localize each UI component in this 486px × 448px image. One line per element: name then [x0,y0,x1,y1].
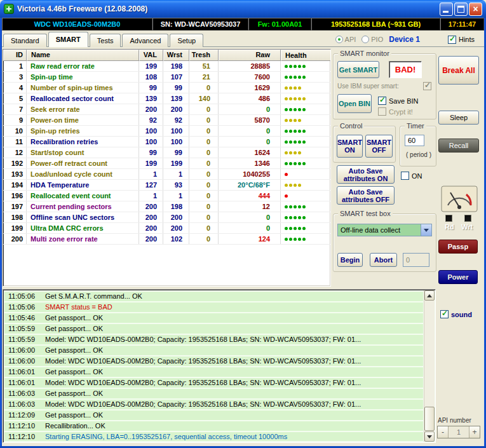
minimize-button[interactable] [440,3,453,16]
smart-on-button[interactable]: SMART ON [337,135,363,158]
save-bin-checkbox[interactable]: ✓ [378,97,386,105]
header-id: ID [3,50,27,61]
log-text: Get passport... OK [45,325,103,332]
cell-raw: 0 [219,126,281,136]
health-dot-icon [285,130,288,133]
log-time: 11:05:06 [4,292,45,301]
health-dot-icon [302,108,306,111]
pio-radio[interactable] [361,36,369,43]
ibm-smart-row: Use IBM super smart: ✓ [337,82,431,90]
log-time: 11:12:10 [4,421,45,431]
cell-health [281,61,330,71]
api-number-decrement-button[interactable]: - [438,426,449,438]
cell-wrst: 102 [163,234,189,244]
sound-checkbox[interactable]: ✓ [440,310,449,318]
table-row[interactable]: 10Spin-up retries10010000 [3,126,330,137]
cell-name: Recalibration retries [27,137,139,147]
table-row[interactable]: 198Offline scan UNC sectors20020000 [3,212,330,223]
write-led-icon [464,215,471,222]
table-row[interactable]: 193Load/unload cycle count1101040255 [3,169,330,180]
device-label: Device 1 [389,35,420,44]
get-smart-button[interactable]: Get SMART [337,61,379,78]
autosave-off-button[interactable]: Auto Save attributes OFF [337,186,395,205]
cell-tresh: 0 [189,115,219,125]
open-bin-button[interactable]: Open BIN [337,94,372,113]
cell-id: 193 [3,169,27,179]
cell-raw: 486 [219,93,281,104]
cell-name: Seek error rate [27,104,139,114]
tab-tests[interactable]: Tests [90,34,121,47]
ibm-smart-checkbox[interactable]: ✓ [423,82,431,90]
titlebar[interactable]: Victoria 4.46b Freeware (12.08.2008) × [0,0,486,18]
close-button[interactable]: × [469,3,482,16]
test-progress-field: 0 [403,253,429,267]
timer-on-checkbox[interactable] [401,172,409,180]
table-row[interactable]: 192Power-off retract count19919901346 [3,158,330,169]
ibm-smart-label: Use IBM super smart: [337,83,399,90]
sleep-button[interactable]: Sleep [438,111,479,125]
pio-radio-label: PIO [371,36,383,43]
scroll-thumb[interactable] [424,407,435,431]
abort-button[interactable]: Abort [370,253,397,267]
smart-test-select[interactable]: Off-line data collect [337,224,432,236]
power-button[interactable]: Power [438,270,478,284]
smart-off-button[interactable]: SMART OFF [365,135,393,158]
scroll-up-button[interactable] [424,290,435,301]
cell-raw: 124 [219,234,281,244]
health-dot-icon [285,76,288,79]
scroll-down-button[interactable] [424,431,435,442]
smart-test-selected-value: Off-line data collect [338,226,421,234]
timer-period-input[interactable]: 60 [405,135,424,146]
cell-tresh: 0 [189,104,219,114]
table-row[interactable]: 196Reallocated event count110444 [3,191,330,201]
log-scrollbar[interactable] [424,290,435,442]
smart-status-badge: BAD! [389,61,422,78]
smart-table: ID Name VAL Wrst Tresh Raw Health 1Raw r… [3,49,331,287]
table-row[interactable]: 199Ultra DMA CRC errors20020000 [3,223,330,234]
smart-table-header: ID Name VAL Wrst Tresh Raw Health [3,50,330,61]
recall-button[interactable]: Recall [438,139,479,153]
api-radio[interactable] [335,36,343,43]
break-all-button[interactable]: Break All [438,56,479,85]
table-row[interactable]: 4Number of spin-up times999901629 [3,83,330,93]
health-dot-icon [289,97,292,100]
table-row[interactable]: 3Spin-up time108107217600 [3,72,330,83]
table-row[interactable]: 11Recalibration retries10010000 [3,137,330,147]
health-dot-icon [285,162,288,165]
cell-raw: 1346 [219,158,281,168]
table-row[interactable]: 9Power-on time929205870 [3,115,330,126]
table-row[interactable]: 7Seek error rate20020000 [3,104,330,115]
cell-name: Ultra DMA CRC errors [27,223,139,233]
tab-standard[interactable]: Standard [3,34,47,47]
table-row[interactable]: 5Reallocated sector count139139140486 [3,93,330,104]
log-text: Get S.M.A.R.T. command... OK [45,292,142,300]
table-row[interactable]: 197Current pending sectors200198012 [3,201,330,212]
maximize-button[interactable] [454,3,468,16]
tab-setup[interactable]: Setup [170,34,203,47]
table-row[interactable]: 1Raw read error rate1991985128885 [3,61,330,72]
read-led-label: Rd [445,223,454,231]
health-dot-icon [289,86,292,90]
hints-checkbox[interactable]: ✓ [448,36,456,44]
cell-id: 192 [3,158,27,168]
autosave-on-button[interactable]: Auto Save attributes ON [337,165,395,184]
tab-smart[interactable]: SMART [48,32,88,47]
health-dot-icon [285,205,288,208]
tab-advanced[interactable]: Advanced [122,34,168,47]
table-row[interactable]: 194HDA Temperature12793020°C/68°F [3,180,330,191]
passport-button[interactable]: Passp [438,240,478,254]
table-row[interactable]: 200Multi zone error rate2001020124 [3,234,330,245]
begin-button[interactable]: Begin [337,253,363,267]
table-row[interactable]: 12Start/stop count999901624 [3,147,330,158]
cell-id: 194 [3,180,27,190]
dropdown-button[interactable] [421,224,431,236]
cell-wrst: 198 [163,201,189,212]
header-name: Name [27,50,139,61]
health-dot-icon [294,86,297,90]
cell-tresh: 0 [189,212,219,222]
control-title: Control [338,122,364,130]
crypt-checkbox[interactable] [378,107,386,116]
check-icon: ✓ [379,95,386,104]
api-number-increment-button[interactable]: + [469,426,480,438]
header-wrst: Wrst [163,50,189,61]
